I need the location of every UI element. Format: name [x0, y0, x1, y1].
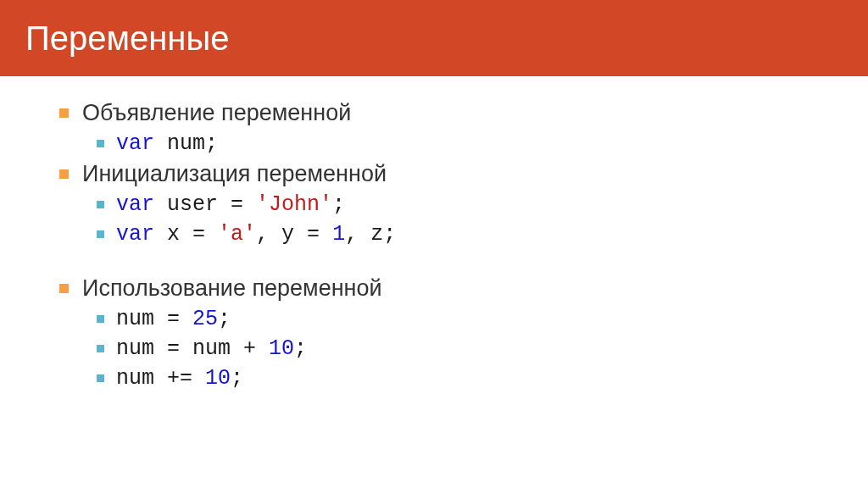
- bullet-teal-icon: [97, 140, 104, 147]
- bullet-orange-icon: [59, 284, 69, 293]
- bullet-teal-icon: [97, 374, 104, 382]
- bullet-teal-icon: [97, 230, 104, 238]
- list-item: num += 10;: [97, 366, 826, 391]
- bullet-orange-icon: [59, 108, 69, 118]
- section-initialization: Инициализация переменной var user = 'Joh…: [59, 161, 826, 247]
- code-line: num = num + 10;: [116, 336, 307, 361]
- code-line: num += 10;: [116, 366, 243, 391]
- code-block: num = 25; num = num + 10; num += 10;: [97, 307, 826, 391]
- bullet-teal-icon: [97, 345, 104, 352]
- list-item: Объявление переменной: [59, 100, 826, 126]
- spacer: [59, 252, 826, 275]
- code-line: var x = 'a', y = 1, z;: [116, 222, 396, 247]
- list-item: Использование переменной: [59, 275, 826, 302]
- code-block: var num;: [97, 131, 826, 156]
- section-heading: Объявление переменной: [82, 100, 351, 126]
- list-item: Инициализация переменной: [59, 161, 826, 187]
- list-item: num = 25;: [97, 307, 826, 331]
- list-item: var num;: [97, 131, 826, 156]
- slide-content: Объявление переменной var num; Инициализ…: [0, 76, 868, 391]
- code-line: var user = 'John';: [116, 192, 345, 217]
- section-usage: Использование переменной num = 25; num =…: [59, 275, 826, 391]
- code-block: var user = 'John'; var x = 'a', y = 1, z…: [97, 192, 826, 247]
- code-line: var num;: [116, 131, 218, 156]
- list-item: num = num + 10;: [97, 336, 826, 361]
- list-item: var x = 'a', y = 1, z;: [97, 222, 826, 247]
- slide-title: Переменные: [25, 19, 229, 58]
- section-declaration: Объявление переменной var num;: [59, 100, 826, 156]
- bullet-teal-icon: [97, 315, 104, 323]
- code-line: num = 25;: [116, 307, 231, 331]
- slide-header: Переменные: [0, 0, 868, 76]
- section-heading: Использование переменной: [82, 275, 382, 302]
- section-heading: Инициализация переменной: [82, 161, 387, 187]
- bullet-teal-icon: [97, 201, 104, 208]
- list-item: var user = 'John';: [97, 192, 826, 217]
- bullet-orange-icon: [59, 169, 69, 179]
